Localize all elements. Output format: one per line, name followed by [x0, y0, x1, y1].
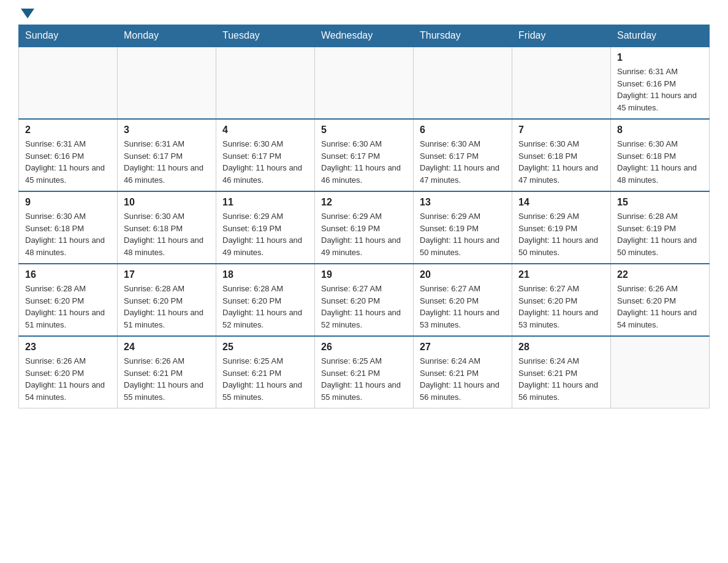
table-row: [611, 336, 710, 408]
day-number: 16: [25, 269, 111, 280]
day-info: Sunrise: 6:27 AMSunset: 6:20 PMDaylight:…: [420, 283, 506, 331]
table-row: 3Sunrise: 6:31 AMSunset: 6:17 PMDaylight…: [118, 119, 216, 191]
day-info: Sunrise: 6:31 AMSunset: 6:17 PMDaylight:…: [124, 138, 210, 186]
day-info: Sunrise: 6:28 AMSunset: 6:20 PMDaylight:…: [25, 283, 111, 331]
day-number: 2: [25, 124, 111, 136]
page-header: [18, 12, 710, 18]
table-row: [414, 47, 512, 119]
day-number: 25: [222, 342, 308, 353]
day-info: Sunrise: 6:25 AMSunset: 6:21 PMDaylight:…: [321, 355, 407, 403]
calendar-week-row: 1Sunrise: 6:31 AMSunset: 6:16 PMDaylight…: [19, 47, 710, 119]
logo: [18, 12, 34, 18]
day-number: 9: [25, 197, 111, 208]
table-row: 26Sunrise: 6:25 AMSunset: 6:21 PMDayligh…: [315, 336, 414, 408]
table-row: 13Sunrise: 6:29 AMSunset: 6:19 PMDayligh…: [414, 191, 512, 264]
table-row: 5Sunrise: 6:30 AMSunset: 6:17 PMDaylight…: [315, 119, 414, 191]
table-row: 6Sunrise: 6:30 AMSunset: 6:17 PMDaylight…: [414, 119, 512, 191]
day-number: 14: [518, 197, 604, 208]
day-number: 15: [617, 197, 703, 208]
day-number: 27: [420, 342, 506, 353]
day-info: Sunrise: 6:30 AMSunset: 6:18 PMDaylight:…: [124, 210, 210, 258]
calendar-week-row: 23Sunrise: 6:26 AMSunset: 6:20 PMDayligh…: [19, 336, 710, 408]
day-number: 4: [222, 124, 308, 136]
table-row: 10Sunrise: 6:30 AMSunset: 6:18 PMDayligh…: [118, 191, 216, 264]
day-number: 22: [617, 269, 703, 280]
day-info: Sunrise: 6:30 AMSunset: 6:18 PMDaylight:…: [518, 138, 604, 186]
table-row: [118, 47, 216, 119]
day-info: Sunrise: 6:26 AMSunset: 6:21 PMDaylight:…: [124, 355, 210, 403]
calendar-table: Sunday Monday Tuesday Wednesday Thursday…: [18, 25, 710, 408]
table-row: [216, 47, 315, 119]
calendar-week-row: 16Sunrise: 6:28 AMSunset: 6:20 PMDayligh…: [19, 264, 710, 336]
day-number: 5: [321, 124, 407, 136]
day-number: 17: [124, 269, 210, 280]
table-row: 7Sunrise: 6:30 AMSunset: 6:18 PMDaylight…: [512, 119, 611, 191]
day-number: 6: [420, 124, 506, 136]
table-row: 16Sunrise: 6:28 AMSunset: 6:20 PMDayligh…: [19, 264, 118, 336]
day-info: Sunrise: 6:30 AMSunset: 6:17 PMDaylight:…: [321, 138, 407, 186]
day-info: Sunrise: 6:27 AMSunset: 6:20 PMDaylight:…: [518, 283, 604, 331]
table-row: 17Sunrise: 6:28 AMSunset: 6:20 PMDayligh…: [118, 264, 216, 336]
day-info: Sunrise: 6:27 AMSunset: 6:20 PMDaylight:…: [321, 283, 407, 331]
calendar-week-row: 2Sunrise: 6:31 AMSunset: 6:16 PMDaylight…: [19, 119, 710, 191]
day-info: Sunrise: 6:28 AMSunset: 6:20 PMDaylight:…: [124, 283, 210, 331]
day-info: Sunrise: 6:29 AMSunset: 6:19 PMDaylight:…: [420, 210, 506, 258]
day-info: Sunrise: 6:29 AMSunset: 6:19 PMDaylight:…: [518, 210, 604, 258]
day-info: Sunrise: 6:28 AMSunset: 6:19 PMDaylight:…: [617, 210, 703, 258]
table-row: [512, 47, 611, 119]
logo-arrow-icon: [21, 9, 34, 18]
table-row: 23Sunrise: 6:26 AMSunset: 6:20 PMDayligh…: [19, 336, 118, 408]
table-row: [19, 47, 118, 119]
table-row: 14Sunrise: 6:29 AMSunset: 6:19 PMDayligh…: [512, 191, 611, 264]
table-row: 12Sunrise: 6:29 AMSunset: 6:19 PMDayligh…: [315, 191, 414, 264]
table-row: 22Sunrise: 6:26 AMSunset: 6:20 PMDayligh…: [611, 264, 710, 336]
header-sunday: Sunday: [19, 25, 118, 47]
table-row: 20Sunrise: 6:27 AMSunset: 6:20 PMDayligh…: [414, 264, 512, 336]
table-row: 28Sunrise: 6:24 AMSunset: 6:21 PMDayligh…: [512, 336, 611, 408]
day-number: 12: [321, 197, 407, 208]
day-info: Sunrise: 6:30 AMSunset: 6:18 PMDaylight:…: [617, 138, 703, 186]
day-info: Sunrise: 6:24 AMSunset: 6:21 PMDaylight:…: [518, 355, 604, 403]
day-number: 13: [420, 197, 506, 208]
day-number: 19: [321, 269, 407, 280]
day-info: Sunrise: 6:31 AMSunset: 6:16 PMDaylight:…: [617, 66, 703, 113]
day-info: Sunrise: 6:31 AMSunset: 6:16 PMDaylight:…: [25, 138, 111, 186]
table-row: 8Sunrise: 6:30 AMSunset: 6:18 PMDaylight…: [611, 119, 710, 191]
day-number: 1: [617, 52, 703, 63]
header-wednesday: Wednesday: [315, 25, 414, 47]
day-info: Sunrise: 6:30 AMSunset: 6:18 PMDaylight:…: [25, 210, 111, 258]
table-row: 19Sunrise: 6:27 AMSunset: 6:20 PMDayligh…: [315, 264, 414, 336]
day-number: 8: [617, 124, 703, 136]
table-row: 9Sunrise: 6:30 AMSunset: 6:18 PMDaylight…: [19, 191, 118, 264]
svg-marker-0: [21, 9, 34, 18]
day-number: 23: [25, 342, 111, 353]
table-row: [315, 47, 414, 119]
table-row: 15Sunrise: 6:28 AMSunset: 6:19 PMDayligh…: [611, 191, 710, 264]
table-row: 18Sunrise: 6:28 AMSunset: 6:20 PMDayligh…: [216, 264, 315, 336]
table-row: 25Sunrise: 6:25 AMSunset: 6:21 PMDayligh…: [216, 336, 315, 408]
day-number: 3: [124, 124, 210, 136]
day-number: 18: [222, 269, 308, 280]
day-info: Sunrise: 6:26 AMSunset: 6:20 PMDaylight:…: [617, 283, 703, 331]
day-number: 26: [321, 342, 407, 353]
table-row: 1Sunrise: 6:31 AMSunset: 6:16 PMDaylight…: [611, 47, 710, 119]
table-row: 24Sunrise: 6:26 AMSunset: 6:21 PMDayligh…: [118, 336, 216, 408]
day-info: Sunrise: 6:30 AMSunset: 6:17 PMDaylight:…: [222, 138, 308, 186]
day-info: Sunrise: 6:26 AMSunset: 6:20 PMDaylight:…: [25, 355, 111, 403]
day-info: Sunrise: 6:29 AMSunset: 6:19 PMDaylight:…: [222, 210, 308, 258]
header-thursday: Thursday: [414, 25, 512, 47]
table-row: 2Sunrise: 6:31 AMSunset: 6:16 PMDaylight…: [19, 119, 118, 191]
day-number: 11: [222, 197, 308, 208]
header-friday: Friday: [512, 25, 611, 47]
day-info: Sunrise: 6:30 AMSunset: 6:17 PMDaylight:…: [420, 138, 506, 186]
calendar-header-row: Sunday Monday Tuesday Wednesday Thursday…: [19, 25, 710, 47]
day-info: Sunrise: 6:25 AMSunset: 6:21 PMDaylight:…: [222, 355, 308, 403]
day-number: 28: [518, 342, 604, 353]
day-info: Sunrise: 6:24 AMSunset: 6:21 PMDaylight:…: [420, 355, 506, 403]
day-number: 10: [124, 197, 210, 208]
table-row: 27Sunrise: 6:24 AMSunset: 6:21 PMDayligh…: [414, 336, 512, 408]
day-number: 20: [420, 269, 506, 280]
day-info: Sunrise: 6:28 AMSunset: 6:20 PMDaylight:…: [222, 283, 308, 331]
day-number: 21: [518, 269, 604, 280]
day-info: Sunrise: 6:29 AMSunset: 6:19 PMDaylight:…: [321, 210, 407, 258]
